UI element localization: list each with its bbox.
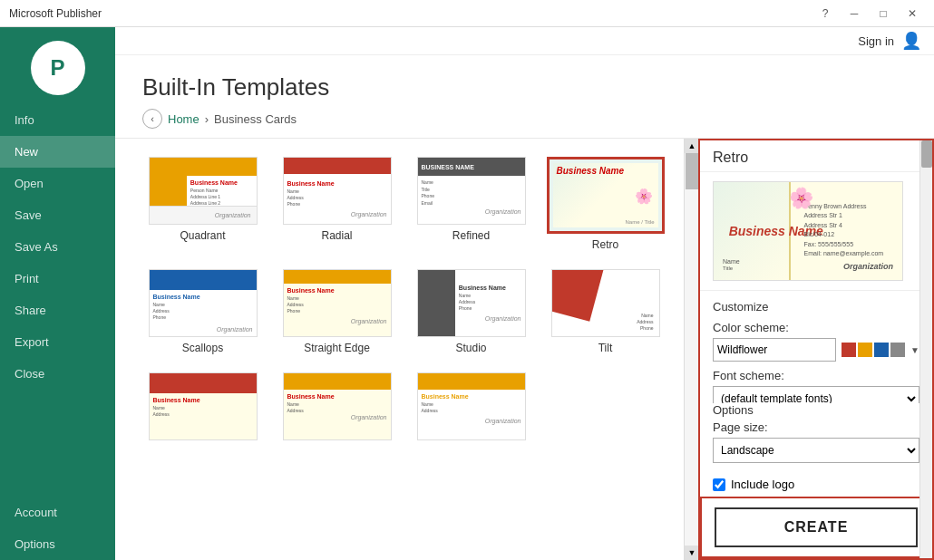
template-item-scallops[interactable]: Business Name NameAddressPhone Organizat… — [142, 269, 263, 354]
help-button[interactable]: ? — [812, 4, 838, 24]
main-content: Sign in 👤 Built-In Templates ‹ Home › Bu… — [115, 27, 934, 560]
sidebar-item-share[interactable]: Share — [0, 294, 115, 326]
breadcrumb: ‹ Home › Business Cards — [142, 109, 907, 129]
sidebar-item-close[interactable]: Close — [0, 358, 115, 390]
font-scheme-label: Font scheme: — [713, 369, 919, 382]
template-name-tilt: Tilt — [598, 342, 613, 354]
sidebar-item-new[interactable]: New — [0, 136, 115, 168]
create-button[interactable]: CREATE — [715, 507, 918, 547]
swatch-yellow — [858, 343, 872, 357]
template-item-row3-2[interactable]: Business Name NameAddress Organization — [277, 372, 397, 445]
breadcrumb-current: Business Cards — [214, 112, 297, 126]
sidebar: P Info New Open Save Save As Print Share… — [0, 27, 115, 560]
template-thumb-row3-1: Business Name NameAddress — [149, 372, 258, 440]
color-scheme-label: Color scheme: — [713, 321, 919, 334]
template-item-straight-edge[interactable]: Business Name NameAddressPhone Organizat… — [277, 269, 397, 354]
maximize-button[interactable]: □ — [871, 4, 896, 24]
sidebar-item-save[interactable]: Save — [0, 199, 115, 231]
window-controls: ? ─ □ ✕ — [812, 4, 925, 24]
minimize-button[interactable]: ─ — [842, 4, 867, 24]
breadcrumb-separator: › — [205, 112, 209, 126]
template-thumb-radial: Business Name NameAddressPhone Organizat… — [283, 157, 392, 225]
template-item-retro[interactable]: Business Name Name / Title 🌸 Retro — [545, 157, 666, 251]
panel-scrollbar[interactable] — [919, 140, 932, 558]
template-thumb-row3-2: Business Name NameAddress Organization — [283, 372, 392, 440]
swatch-red — [842, 343, 856, 357]
preview-image: Business Name Penny Brown AddressAddress… — [713, 181, 903, 281]
templates-area: Business Name Person NameAddress Line 1A… — [115, 139, 934, 560]
color-scheme-row: Wildflower ▼ — [713, 338, 919, 362]
template-item-radial[interactable]: Business Name NameAddressPhone Organizat… — [277, 157, 397, 251]
sidebar-item-info[interactable]: Info — [0, 104, 115, 136]
template-thumb-studio: Business Name NameAddressPhone Organizat… — [417, 269, 526, 337]
template-item-quadrant[interactable]: Business Name Person NameAddress Line 1A… — [142, 157, 263, 251]
scroll-up-button[interactable]: ▲ — [685, 139, 699, 153]
template-thumb-row3-3: Business Name NameAddress Organization — [417, 372, 526, 440]
scroll-track — [685, 153, 698, 546]
panel-preview: Business Name Penny Brown AddressAddress… — [700, 172, 932, 291]
template-thumb-quadrant: Business Name Person NameAddress Line 1A… — [149, 157, 258, 225]
panel-title: Retro — [700, 140, 932, 172]
template-thumb-tilt: NameAddressPhone — [551, 269, 660, 337]
color-scheme-value: Wildflower — [717, 343, 767, 356]
create-button-area: CREATE — [700, 497, 932, 558]
template-thumb-straight-edge: Business Name NameAddressPhone Organizat… — [283, 269, 392, 337]
page-size-label: Page size: — [713, 420, 919, 434]
page-title: Built-In Templates — [142, 73, 907, 101]
template-item-row3-1[interactable]: Business Name NameAddress — [142, 372, 263, 445]
color-scheme-arrow[interactable]: ▼ — [910, 345, 919, 355]
template-thumb-retro: Business Name Name / Title 🌸 — [547, 157, 665, 234]
templates-grid: Business Name Person NameAddress Line 1A… — [142, 157, 666, 445]
scroll-thumb — [686, 153, 698, 189]
template-name-scallops: Scallops — [182, 342, 223, 354]
sign-in-link[interactable]: Sign in — [858, 34, 894, 48]
template-thumb-scallops: Business Name NameAddressPhone Organizat… — [149, 269, 258, 337]
close-button[interactable]: ✕ — [900, 4, 925, 24]
include-logo-row: Include logo — [700, 472, 932, 497]
color-swatches — [842, 343, 905, 357]
panel-scrollbar-thumb — [921, 140, 932, 168]
panel-customize: Customize Color scheme: Wildflower ▼ — [700, 291, 932, 403]
templates-scrollbar[interactable]: ▲ ▼ — [684, 139, 698, 560]
template-item-row3-3[interactable]: Business Name NameAddress Organization — [411, 372, 531, 445]
page-size-select[interactable]: Landscape — [713, 438, 919, 463]
template-name-retro: Retro — [592, 238, 618, 251]
right-panel: Retro Business Name Penny Brown AddressA… — [698, 139, 934, 560]
template-name-radial: Radial — [321, 229, 352, 242]
main-header: Built-In Templates ‹ Home › Business Car… — [115, 55, 934, 139]
template-name-straight-edge: Straight Edge — [304, 342, 370, 354]
breadcrumb-home[interactable]: Home — [168, 112, 199, 126]
template-item-refined[interactable]: BUSINESS NAME NameTitlePhoneEmail Organi… — [411, 157, 531, 251]
options-title: Options — [713, 403, 919, 417]
app-logo: P — [31, 41, 85, 95]
swatch-blue — [874, 343, 889, 357]
scroll-down-button[interactable]: ▼ — [685, 546, 699, 560]
customize-label: Customize — [713, 300, 919, 314]
sidebar-item-open[interactable]: Open — [0, 168, 115, 199]
title-bar: Microsoft Publisher ? ─ □ ✕ — [0, 0, 934, 27]
sidebar-item-export[interactable]: Export — [0, 326, 115, 358]
breadcrumb-back-button[interactable]: ‹ — [142, 109, 162, 129]
sidebar-item-save-as[interactable]: Save As — [0, 231, 115, 263]
sidebar-item-print[interactable]: Print — [0, 263, 115, 294]
sidebar-bottom: Account Options — [0, 497, 115, 560]
font-scheme-select[interactable]: (default template fonts) — [713, 386, 919, 403]
template-name-studio: Studio — [455, 342, 486, 354]
app-body: P Info New Open Save Save As Print Share… — [0, 27, 934, 560]
template-name-quadrant: Quadrant — [180, 229, 225, 242]
options-section: Options Page size: Landscape — [700, 403, 932, 472]
include-logo-label[interactable]: Include logo — [731, 478, 794, 491]
template-name-refined: Refined — [452, 229, 490, 242]
template-thumb-refined: BUSINESS NAME NameTitlePhoneEmail Organi… — [417, 157, 526, 225]
sidebar-item-options[interactable]: Options — [0, 528, 115, 560]
include-logo-checkbox[interactable] — [713, 478, 725, 491]
sidebar-item-account[interactable]: Account — [0, 497, 115, 528]
swatch-gray — [890, 343, 905, 357]
app-title: Microsoft Publisher — [9, 7, 102, 20]
templates-scroll[interactable]: Business Name Person NameAddress Line 1A… — [115, 139, 684, 560]
template-item-studio[interactable]: Business Name NameAddressPhone Organizat… — [411, 269, 531, 354]
color-scheme-select[interactable]: Wildflower — [713, 338, 836, 362]
template-item-tilt[interactable]: NameAddressPhone Tilt — [545, 269, 666, 354]
